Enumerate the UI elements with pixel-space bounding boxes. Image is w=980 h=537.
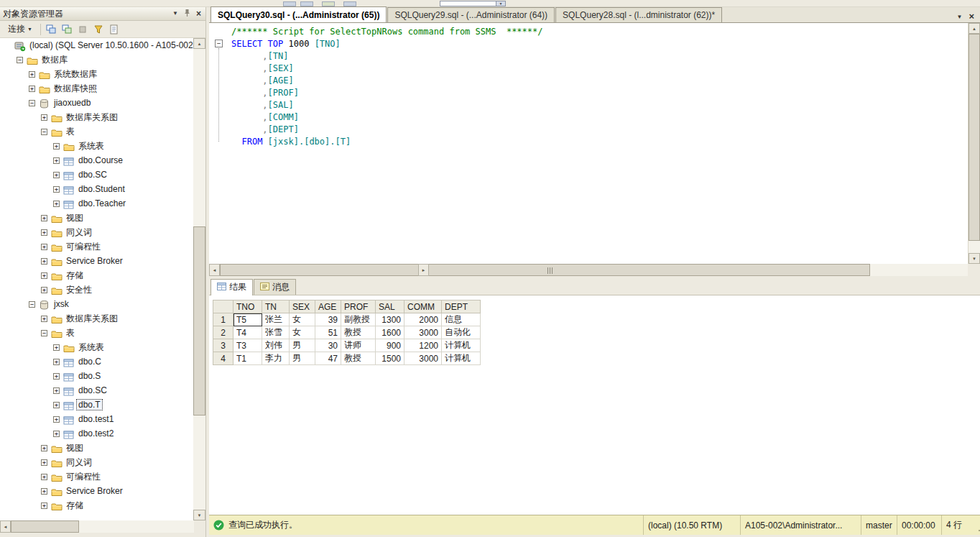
tree-vertical-scrollbar[interactable]: ▲ ▼	[193, 38, 205, 520]
grid-cell[interactable]: 51	[315, 326, 341, 339]
expand-icon[interactable]: +	[41, 272, 47, 279]
grid-column-header[interactable]: PROF	[341, 300, 376, 313]
grid-cell[interactable]: 2000	[405, 313, 442, 326]
tree-item[interactable]: −表	[0, 326, 193, 340]
tree-horizontal-scrollbar[interactable]: ◄ ►	[0, 520, 194, 533]
collapse-icon[interactable]: −	[29, 100, 35, 106]
expand-icon[interactable]: +	[41, 316, 47, 322]
grid-cell[interactable]: 30	[315, 339, 341, 352]
grid-cell[interactable]: 教授	[341, 326, 376, 339]
script-icon[interactable]	[108, 24, 120, 35]
editor-vertical-scrollbar[interactable]: ▲ ▼	[968, 23, 980, 264]
expand-icon[interactable]: +	[41, 445, 47, 451]
grid-cell[interactable]: 计算机	[442, 339, 481, 352]
grid-cell[interactable]: 1200	[405, 339, 442, 352]
grid-cell[interactable]: 47	[315, 352, 341, 365]
expand-icon[interactable]: +	[41, 474, 47, 480]
results-grid[interactable]: TNOTNSEXAGEPROFSALCOMMDEPT1T5张兰女39副教授130…	[213, 300, 481, 365]
grid-column-header[interactable]: TNO	[234, 300, 262, 313]
tree-item[interactable]: +视图	[0, 211, 193, 225]
expand-icon[interactable]: +	[41, 215, 47, 221]
grid-row-header[interactable]: 1	[213, 313, 234, 326]
expand-icon[interactable]: +	[53, 186, 60, 193]
collapse-icon[interactable]: −	[41, 330, 47, 336]
expand-icon[interactable]: +	[41, 459, 47, 466]
expand-icon[interactable]: +	[41, 114, 47, 121]
grid-cell[interactable]: 3000	[405, 326, 442, 339]
tree-item[interactable]: +dbo.T	[0, 398, 193, 412]
document-tab[interactable]: SQLQuery28.sql - (l...dministrator (62))…	[555, 7, 722, 22]
tree-item[interactable]: +dbo.SC	[0, 383, 193, 398]
expand-icon[interactable]: +	[41, 229, 47, 236]
tree-item[interactable]: +数据库快照	[0, 81, 193, 96]
tree-item[interactable]: +安全性	[0, 283, 193, 297]
expand-icon[interactable]: +	[53, 402, 60, 408]
tree-item[interactable]: +同义词	[0, 455, 193, 469]
scrollbar-thumb[interactable]	[193, 226, 205, 416]
scroll-up-icon[interactable]: ▲	[193, 38, 205, 49]
expand-icon[interactable]: +	[53, 387, 60, 394]
document-tab[interactable]: SQLQuery29.sql - (...Administrator (64))	[387, 7, 555, 22]
collapse-icon[interactable]: −	[17, 57, 23, 63]
grid-cell[interactable]: T4	[234, 326, 262, 339]
scroll-down-icon[interactable]: ▼	[193, 510, 205, 520]
grid-cell[interactable]: 39	[315, 313, 341, 326]
grid-cell[interactable]: 1600	[376, 326, 405, 339]
grid-corner[interactable]	[213, 300, 234, 313]
expand-icon[interactable]: +	[53, 416, 60, 423]
tree-item[interactable]: +视图	[0, 441, 193, 455]
tree-item[interactable]: +dbo.Course	[0, 153, 193, 167]
scroll-left-icon[interactable]: ◄	[0, 520, 11, 533]
grid-cell[interactable]: 副教授	[341, 313, 376, 326]
connect-button[interactable]: 连接 ▼	[4, 21, 36, 37]
expand-icon[interactable]: +	[41, 488, 47, 495]
tree-item[interactable]: −数据库	[0, 52, 193, 67]
expand-icon[interactable]: +	[53, 172, 60, 178]
grid-row-header[interactable]: 2	[213, 326, 234, 339]
grid-cell[interactable]: 张兰	[262, 313, 290, 326]
scroll-left-icon[interactable]: ◄	[209, 264, 220, 276]
close-document-icon[interactable]: ×	[969, 13, 974, 20]
grid-row-header[interactable]: 3	[213, 339, 234, 352]
tree-item[interactable]: +dbo.C	[0, 354, 193, 369]
expand-icon[interactable]: +	[53, 157, 60, 164]
tree-item[interactable]: −表	[0, 124, 193, 139]
tree-item[interactable]: +存储	[0, 268, 193, 283]
grid-cell[interactable]: 女	[290, 326, 315, 339]
scrollbar-thumb[interactable]	[969, 34, 980, 241]
scroll-right-icon[interactable]: ►	[418, 264, 429, 276]
tree-item[interactable]: +dbo.S	[0, 369, 193, 383]
tree-item[interactable]: +dbo.SC	[0, 167, 193, 182]
tab-list-icon[interactable]: ▼	[956, 14, 962, 20]
scroll-down-icon[interactable]: ▼	[969, 253, 980, 264]
grid-cell[interactable]: 李力	[262, 352, 290, 365]
refresh-icon[interactable]	[61, 24, 73, 35]
resize-grip-icon[interactable]	[976, 523, 977, 524]
scroll-up-icon[interactable]: ▲	[969, 23, 980, 34]
results-tab[interactable]: 结果	[211, 279, 253, 295]
grid-cell[interactable]: 自动化	[442, 326, 481, 339]
grid-cell[interactable]: 900	[376, 339, 405, 352]
tree-item[interactable]: +数据库关系图	[0, 110, 193, 124]
expand-icon[interactable]: +	[53, 359, 60, 365]
sql-editor[interactable]: − /****** Script for SelectTopNRows comm…	[209, 22, 980, 264]
grid-cell[interactable]: 3000	[405, 352, 442, 365]
tree-item[interactable]: +dbo.test1	[0, 412, 193, 426]
grid-cell[interactable]: 教授	[341, 352, 376, 365]
tree-item[interactable]: +可编程性	[0, 469, 193, 484]
grid-cell[interactable]: 男	[290, 339, 315, 352]
editor-horizontal-scrollbar[interactable]: ◄ ►	[209, 264, 968, 276]
tree-item[interactable]: +系统表	[0, 340, 193, 354]
scrollbar-thumb[interactable]	[11, 520, 79, 533]
expand-icon[interactable]: +	[41, 244, 47, 250]
grid-cell[interactable]: 刘伟	[262, 339, 290, 352]
grid-column-header[interactable]: SEX	[290, 300, 315, 313]
grid-cell[interactable]: 讲师	[341, 339, 376, 352]
tree-item[interactable]: −jxsk	[0, 297, 193, 311]
tree-item[interactable]: +同义词	[0, 225, 193, 239]
grid-row-header[interactable]: 4	[213, 352, 234, 365]
grid-column-header[interactable]: DEPT	[442, 300, 481, 313]
tree-item[interactable]: +系统表	[0, 139, 193, 153]
tree-item[interactable]: −jiaoxuedb	[0, 96, 193, 110]
tree-item[interactable]: +dbo.Student	[0, 182, 193, 196]
